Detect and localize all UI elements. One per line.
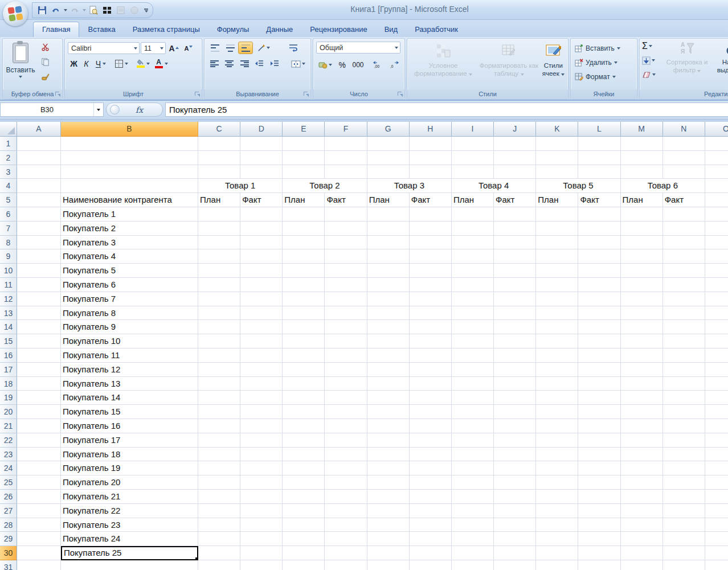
cell[interactable] — [410, 546, 452, 560]
cell[interactable] — [494, 377, 536, 391]
alignment-dialog-launcher[interactable] — [303, 91, 309, 97]
cell[interactable] — [410, 151, 452, 165]
cell[interactable] — [17, 165, 61, 179]
cell[interactable]: План — [621, 193, 663, 207]
cell[interactable] — [198, 264, 240, 278]
column-header-K[interactable]: K — [536, 122, 578, 137]
cell[interactable] — [452, 151, 494, 165]
cell[interactable]: Покупатель 12 — [61, 363, 198, 377]
cell[interactable] — [536, 249, 578, 264]
cell[interactable] — [410, 137, 452, 151]
cell[interactable] — [494, 348, 536, 363]
cell[interactable] — [536, 560, 578, 570]
cell[interactable] — [17, 292, 61, 306]
cell[interactable] — [621, 419, 663, 433]
cell[interactable] — [578, 504, 620, 518]
cell[interactable] — [578, 320, 620, 334]
cell[interactable] — [621, 137, 663, 151]
cell[interactable] — [494, 137, 536, 151]
formula-input[interactable]: Покупатель 25 — [165, 102, 728, 117]
cell[interactable] — [17, 278, 61, 292]
cell[interactable] — [325, 222, 367, 236]
cell[interactable] — [621, 236, 663, 250]
cell[interactable] — [198, 377, 240, 391]
cell[interactable] — [621, 504, 663, 518]
cell[interactable] — [621, 405, 663, 419]
increase-indent-button[interactable] — [267, 58, 281, 70]
cell[interactable] — [578, 264, 620, 278]
cell[interactable] — [410, 391, 452, 405]
row-header-26[interactable]: 26 — [0, 490, 17, 504]
cell[interactable] — [452, 137, 494, 151]
cell[interactable] — [578, 348, 620, 363]
row-header-25[interactable]: 25 — [0, 475, 17, 490]
cell[interactable] — [17, 334, 61, 348]
cell[interactable] — [325, 377, 367, 391]
align-middle-button[interactable] — [223, 42, 238, 54]
cell[interactable] — [578, 207, 620, 222]
cell[interactable] — [536, 377, 578, 391]
clipboard-dialog-launcher[interactable] — [55, 91, 61, 97]
cell[interactable] — [452, 207, 494, 222]
cell[interactable] — [705, 504, 728, 518]
underline-button[interactable]: Ч — [93, 57, 109, 70]
cell[interactable] — [325, 405, 367, 419]
cell[interactable] — [705, 490, 728, 504]
cell[interactable] — [536, 518, 578, 532]
cell[interactable] — [198, 151, 240, 165]
cell[interactable] — [705, 348, 728, 363]
cell[interactable] — [17, 306, 61, 321]
cell[interactable] — [17, 320, 61, 334]
cell[interactable] — [198, 391, 240, 405]
cell[interactable] — [621, 292, 663, 306]
cell[interactable] — [198, 448, 240, 462]
row-header-28[interactable]: 28 — [0, 518, 17, 532]
cell[interactable] — [367, 264, 410, 278]
cell[interactable] — [536, 433, 578, 448]
cell[interactable] — [367, 249, 410, 264]
cell[interactable] — [367, 433, 410, 448]
cell[interactable] — [621, 391, 663, 405]
cell[interactable] — [410, 532, 452, 546]
cell[interactable]: Покупатель 21 — [61, 490, 198, 504]
cell[interactable] — [621, 348, 663, 363]
number-format-combo[interactable]: Общий — [316, 42, 400, 54]
cell[interactable] — [621, 306, 663, 321]
cell[interactable] — [536, 475, 578, 490]
cell[interactable] — [17, 377, 61, 391]
save-icon[interactable] — [36, 4, 48, 17]
cell[interactable]: План — [283, 193, 325, 207]
cell[interactable] — [621, 546, 663, 560]
row-header-30[interactable]: 30 — [0, 546, 17, 560]
cell[interactable] — [325, 532, 367, 546]
cell[interactable]: Факт — [240, 193, 283, 207]
cell[interactable] — [283, 391, 325, 405]
cell[interactable] — [325, 320, 367, 334]
cell[interactable] — [198, 207, 240, 222]
cell[interactable] — [325, 546, 367, 560]
merged-product-header[interactable]: Товар 2 — [283, 179, 367, 193]
cell[interactable] — [283, 419, 325, 433]
cell[interactable] — [325, 278, 367, 292]
row-header-2[interactable]: 2 — [0, 151, 17, 165]
cell[interactable] — [621, 518, 663, 532]
cell[interactable] — [240, 560, 283, 570]
cell[interactable] — [663, 448, 705, 462]
cell[interactable] — [283, 222, 325, 236]
cell[interactable] — [198, 518, 240, 532]
cell[interactable] — [198, 560, 240, 570]
cell[interactable] — [325, 448, 367, 462]
row-header-13[interactable]: 13 — [0, 306, 17, 321]
column-header-M[interactable]: M — [621, 122, 663, 137]
cell[interactable] — [198, 222, 240, 236]
cell[interactable] — [283, 165, 325, 179]
cell[interactable] — [367, 532, 410, 546]
align-top-button[interactable] — [207, 42, 222, 54]
increase-decimal-button[interactable]: ,00 — [370, 58, 385, 71]
cell[interactable]: Наименование контрагента — [61, 193, 198, 207]
cell[interactable] — [663, 518, 705, 532]
cell[interactable] — [240, 137, 283, 151]
cell[interactable] — [198, 249, 240, 264]
cell[interactable] — [663, 348, 705, 363]
cell[interactable] — [17, 236, 61, 250]
